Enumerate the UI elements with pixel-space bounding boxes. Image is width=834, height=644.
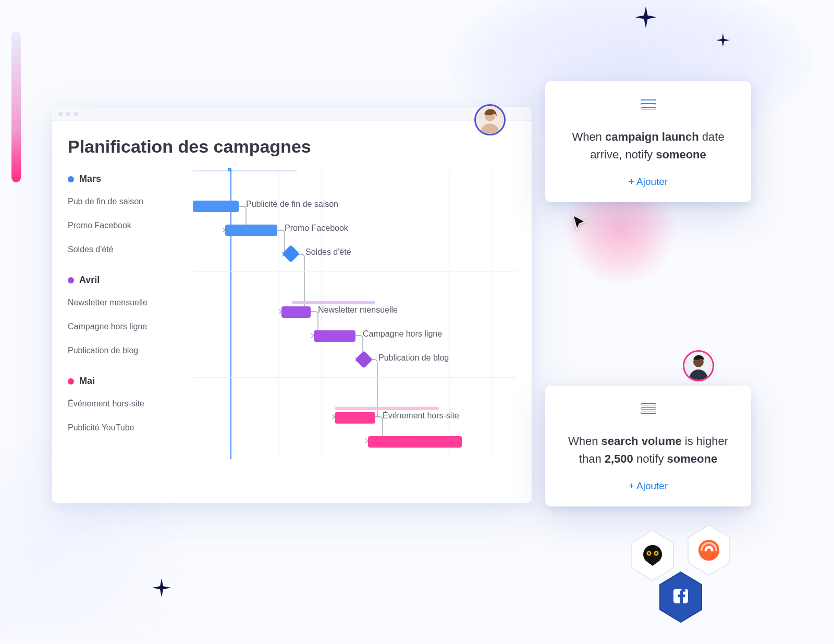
lines-icon: [641, 99, 656, 113]
gantt-milestone[interactable]: [282, 245, 300, 263]
gantt-bar[interactable]: [193, 201, 239, 212]
svg-point-7: [648, 552, 650, 554]
group-header[interactable]: Mars: [68, 174, 193, 184]
gantt-bar[interactable]: [281, 306, 311, 318]
gantt-bar[interactable]: [368, 436, 462, 448]
group-color-dot: [68, 277, 74, 283]
gantt-group[interactable]: MarsPub de fin de saisonPromo FacebookSo…: [68, 170, 193, 267]
group-name: Mai: [79, 376, 95, 387]
gantt-bar-label: Publicité de fin de saison: [246, 200, 338, 209]
page-title: Planification des campagnes: [68, 137, 516, 157]
gantt-labels-column: MarsPub de fin de saisonPromo FacebookSo…: [68, 170, 193, 445]
avatar[interactable]: [474, 104, 506, 135]
gantt-bar-label: Newsletter mensuelle: [318, 305, 398, 315]
group-color-dot: [68, 176, 74, 182]
automation-rule-text: When search volume is higher than 2,500 …: [564, 432, 732, 468]
add-automation-button[interactable]: + Ajouter: [564, 176, 732, 188]
sparkle-icon: [152, 578, 171, 597]
group-header[interactable]: Mai: [68, 376, 193, 387]
group-color-dot: [68, 378, 74, 385]
avatar[interactable]: [683, 350, 714, 381]
gantt-bar-baseline: [292, 301, 375, 304]
task-label[interactable]: Publicité YouTube: [68, 416, 193, 440]
lines-icon: [641, 403, 656, 417]
group-name: Mars: [79, 174, 101, 184]
gantt-bar-label: Événement hors-site: [383, 411, 459, 420]
automation-rule-text: When campaign launch date arrive, notify…: [564, 128, 732, 164]
gantt-bar-row[interactable]: Campagne hors ligne: [193, 324, 516, 348]
gantt-bar[interactable]: [225, 225, 277, 236]
gantt-bar-label: Soldes d'été: [305, 247, 351, 257]
task-label[interactable]: Newsletter mensuelle: [68, 291, 193, 315]
integration-semrush-icon[interactable]: [686, 524, 732, 576]
window-chrome: [52, 107, 532, 121]
task-label[interactable]: Campagne hors ligne: [68, 315, 193, 339]
cursor-icon: [571, 214, 590, 232]
gantt-bar-label: Promo Facebook: [285, 224, 348, 233]
gantt-bar-label: Campagne hors ligne: [363, 329, 442, 339]
chrome-dot: [58, 112, 63, 116]
gantt-chart[interactable]: MarsPub de fin de saisonPromo FacebookSo…: [68, 170, 516, 459]
gantt-bar[interactable]: [314, 330, 355, 342]
gantt-bar-row[interactable]: Soldes d'été: [193, 242, 516, 266]
gantt-bar[interactable]: [335, 412, 375, 424]
automation-card[interactable]: When search volume is higher than 2,500 …: [545, 386, 751, 506]
gantt-bar-row[interactable]: Événement hors-site: [193, 406, 516, 430]
gantt-chart-area[interactable]: Publicité de fin de saisonPromo Facebook…: [193, 170, 516, 459]
gantt-bar-row[interactable]: Publication de blog: [193, 348, 516, 372]
gantt-milestone[interactable]: [355, 351, 373, 368]
svg-point-8: [655, 552, 657, 554]
automation-card[interactable]: When campaign launch date arrive, notify…: [545, 81, 751, 202]
task-label[interactable]: Pub de fin de saison: [68, 190, 193, 214]
chrome-dot: [74, 112, 78, 116]
task-label[interactable]: Soldes d'été: [68, 238, 193, 262]
sparkle-icon: [635, 6, 657, 28]
gantt-bar-row[interactable]: Newsletter mensuelle: [193, 300, 516, 324]
group-header[interactable]: Avril: [68, 275, 193, 286]
gantt-group[interactable]: AvrilNewsletter mensuelleCampagne hors l…: [68, 267, 193, 368]
integration-facebook-icon[interactable]: [658, 571, 704, 623]
task-label[interactable]: Promo Facebook: [68, 214, 193, 238]
group-name: Avril: [79, 275, 100, 286]
chrome-dot: [66, 112, 70, 116]
task-label[interactable]: Événement hors-site: [68, 392, 193, 416]
gantt-bar-row[interactable]: [193, 430, 516, 454]
gantt-group[interactable]: MaiÉvénement hors-sitePublicité YouTube: [68, 368, 193, 445]
left-accent-bar: [11, 31, 21, 182]
gantt-bar-row[interactable]: Publicité de fin de saison: [193, 194, 516, 218]
gantt-bar-label: Publication de blog: [378, 353, 449, 363]
gantt-window: Planification des campagnes MarsPub de f…: [52, 107, 532, 503]
sparkle-icon: [716, 33, 730, 47]
gantt-bar-row[interactable]: Promo Facebook: [193, 218, 516, 242]
task-label[interactable]: Publication de blog: [68, 339, 193, 363]
gantt-bar-baseline: [335, 407, 439, 410]
add-automation-button[interactable]: + Ajouter: [564, 480, 732, 492]
